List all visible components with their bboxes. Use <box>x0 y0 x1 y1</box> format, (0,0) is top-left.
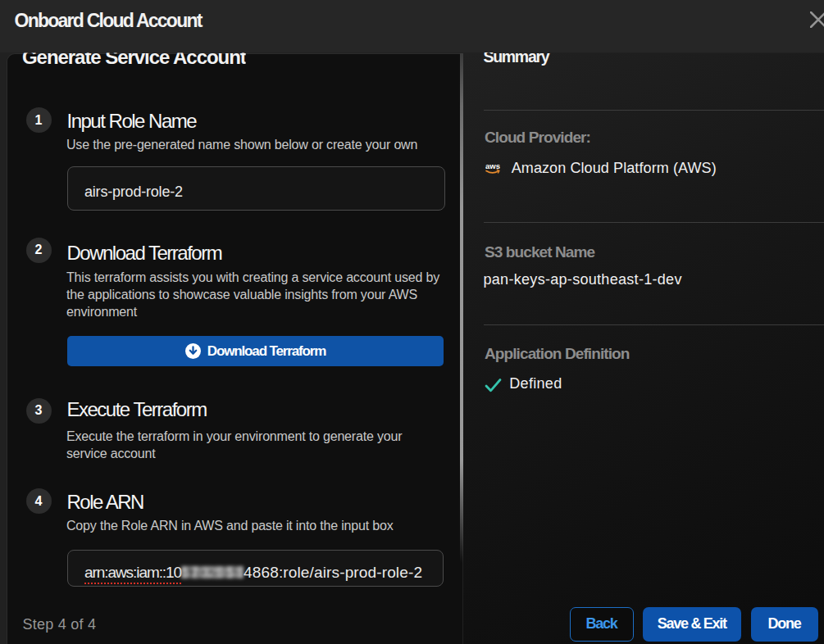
svg-text:aws: aws <box>485 162 500 170</box>
